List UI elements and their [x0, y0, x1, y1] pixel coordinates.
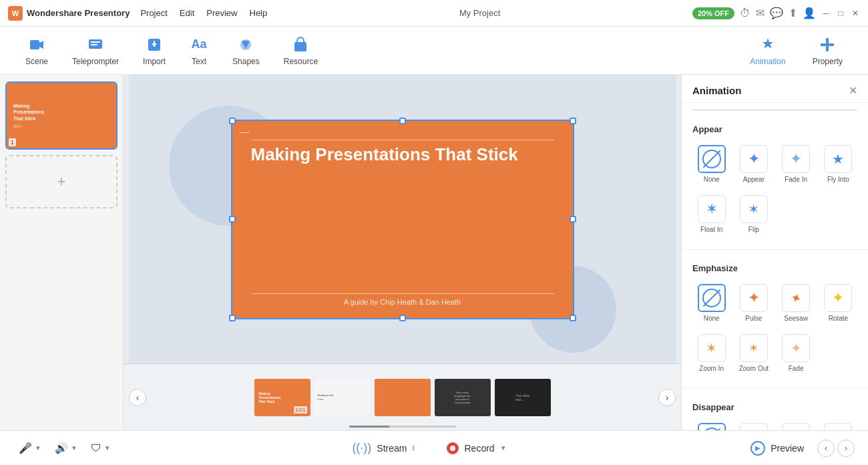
appear-section: Appear None ✦ Appear: [682, 118, 868, 247]
filmstrip-scrollbar: [349, 426, 456, 428]
svg-rect-0: [30, 40, 39, 49]
user-icon[interactable]: 👤: [803, 7, 816, 19]
appear-flip-label: Flip: [748, 226, 759, 233]
animation-close-button[interactable]: ✕: [849, 84, 857, 97]
message-icon[interactable]: 💬: [770, 7, 783, 19]
disappear-grid: None ✦ Disappear ✦ Fade Out: [692, 419, 857, 430]
disappear-disappear-item[interactable]: ✦ Disappear: [734, 419, 773, 430]
emphasize-rotate-icon: ✦: [832, 289, 844, 307]
record-button[interactable]: Record ▼: [439, 438, 514, 458]
menu-preview[interactable]: Preview: [206, 8, 237, 18]
handle-bc[interactable]: [399, 315, 406, 321]
film-thumb-3[interactable]: [375, 379, 431, 416]
main-slide[interactable]: — Making Presentations That Stick A guid…: [232, 121, 573, 318]
next-slide-button[interactable]: ›: [837, 440, 855, 457]
app-logo: W Wondershare Presentory: [8, 6, 130, 21]
minimize-button[interactable]: ─: [821, 9, 831, 18]
filmstrip-next[interactable]: ›: [658, 389, 676, 406]
filmstrip-scroll-thumb: [349, 426, 389, 428]
preview-label: Preview: [771, 443, 804, 454]
emphasize-zoomin-item[interactable]: ✶ Zoom In: [692, 330, 730, 376]
appear-fadein-icon: ✦: [790, 150, 802, 168]
disappear-fadeout-icon-wrap: ✦: [782, 423, 810, 430]
appear-fadein-item[interactable]: ✦ Fade In: [777, 141, 815, 187]
upload-icon[interactable]: ⬆: [789, 7, 797, 19]
close-button[interactable]: ✕: [851, 9, 860, 18]
handle-br[interactable]: [570, 315, 576, 321]
menu-help[interactable]: Help: [250, 8, 268, 18]
shield-button[interactable]: 🛡 ▼: [85, 438, 116, 458]
canvas-background: — Making Presentations That Stick A guid…: [129, 75, 676, 363]
canvas-main[interactable]: — Making Presentations That Stick A guid…: [124, 75, 681, 363]
tab-set-action[interactable]: Set action: [693, 110, 775, 111]
emphasize-none-item[interactable]: None: [692, 280, 730, 326]
toolbar-animation[interactable]: Animation: [738, 30, 797, 71]
appear-flip-item[interactable]: ✶ Flip: [734, 191, 773, 237]
appear-flyinto-icon-wrap: ★: [824, 145, 852, 173]
slide-thumb-1[interactable]: MakingPresentationsThat Stick 2024 1: [5, 82, 118, 150]
appear-floatin-item[interactable]: ✶ Float In: [692, 191, 730, 237]
tab-order[interactable]: Order: [775, 110, 857, 111]
mic-button[interactable]: 🎤 ▼: [13, 438, 47, 458]
record-dot: [447, 442, 459, 454]
appear-star-icon: ✦: [748, 150, 760, 168]
film-thumb-2[interactable]: Getting to theCore: [314, 379, 371, 416]
mail-icon[interactable]: ✉: [756, 7, 765, 19]
film-4-text: How manylanguages doyou need tocommunica…: [454, 391, 470, 404]
appear-fadein-label: Fade In: [785, 176, 807, 183]
handle-tl[interactable]: [229, 118, 236, 124]
menu-project[interactable]: Project: [140, 8, 167, 18]
add-slide-button[interactable]: +: [5, 155, 118, 208]
preview-button[interactable]: ▶ Preview: [742, 437, 812, 460]
shield-icon: 🛡: [91, 442, 101, 454]
emphasize-pulse-item[interactable]: ✦ Pulse: [734, 280, 773, 326]
prev-slide-button[interactable]: ‹: [817, 440, 835, 457]
toolbar-teleprompter[interactable]: Teleprompter: [60, 30, 131, 71]
maximize-button[interactable]: □: [836, 9, 845, 18]
filmstrip-prev[interactable]: ‹: [129, 389, 146, 406]
stream-button[interactable]: ((·)) Stream ℹ: [344, 437, 423, 459]
emphasize-seesaw-icon-wrap: ✦: [782, 284, 810, 312]
svg-rect-10: [294, 42, 306, 51]
logo-icon: W: [8, 6, 23, 21]
disappear-none-item[interactable]: None: [692, 419, 730, 430]
emphasize-seesaw-item[interactable]: ✦ Seesaw: [777, 280, 815, 326]
appear-none-item[interactable]: None: [692, 141, 730, 187]
toolbar-import[interactable]: Import: [131, 30, 178, 71]
disappear-fadeout-item[interactable]: ✦ Fade Out: [777, 419, 815, 430]
handle-mr[interactable]: [570, 216, 576, 222]
resource-label: Resource: [284, 57, 318, 66]
film-2-text: Getting to theCore: [318, 394, 334, 400]
appear-flip-icon-wrap: ✶: [740, 195, 768, 223]
appear-appear-icon-wrap: ✦: [740, 145, 768, 173]
disappear-flyout-item[interactable]: ★ Fly Out: [819, 419, 857, 430]
appear-flyinto-label: Fly Into: [827, 176, 849, 183]
filmstrip-items: MakingPresentationsThat Stick 1/21 Getti…: [146, 379, 658, 416]
toolbar-shapes[interactable]: Shapes: [220, 30, 272, 71]
toolbar-scene[interactable]: Scene: [13, 30, 60, 71]
emphasize-rotate-item[interactable]: ✦ Rotate: [819, 280, 857, 326]
bottom-center: ((·)) Stream ℹ Record ▼: [116, 437, 742, 459]
emphasize-fade-item[interactable]: ✦ Fade: [777, 330, 815, 376]
handle-ml[interactable]: [229, 216, 236, 222]
titlebar-actions: 20% OFF ⏱ ✉ 💬 ⬆ 👤 ─ □ ✕: [692, 7, 860, 19]
film-thumb-4[interactable]: How manylanguages doyou need tocommunica…: [435, 379, 491, 416]
appear-appear-item[interactable]: ✦ Appear: [734, 141, 773, 187]
volume-button[interactable]: 🔊 ▼: [49, 438, 83, 458]
toolbar-text[interactable]: Aa Text: [178, 30, 220, 71]
handle-bl[interactable]: [229, 315, 236, 321]
film-thumb-5[interactable]: Your ideatext...: [495, 379, 551, 416]
slide-thumb-sub: 2024: [13, 124, 21, 128]
film-thumb-1[interactable]: MakingPresentationsThat Stick 1/21: [254, 379, 310, 416]
menu-edit[interactable]: Edit: [180, 8, 194, 18]
emphasize-zoomout-item[interactable]: ✶ Zoom Out: [734, 330, 773, 376]
text-label: Text: [192, 57, 206, 66]
handle-tc[interactable]: [399, 118, 406, 124]
promo-badge[interactable]: 20% OFF: [692, 7, 734, 19]
slide-navigation: ‹ ›: [817, 440, 855, 457]
toolbar-resource[interactable]: Resource: [272, 30, 330, 71]
appear-flyinto-item[interactable]: ★ Fly Into: [819, 141, 857, 187]
toolbar-property[interactable]: Property: [801, 30, 855, 71]
timer-icon[interactable]: ⏱: [740, 7, 750, 19]
handle-tr[interactable]: [570, 118, 576, 124]
